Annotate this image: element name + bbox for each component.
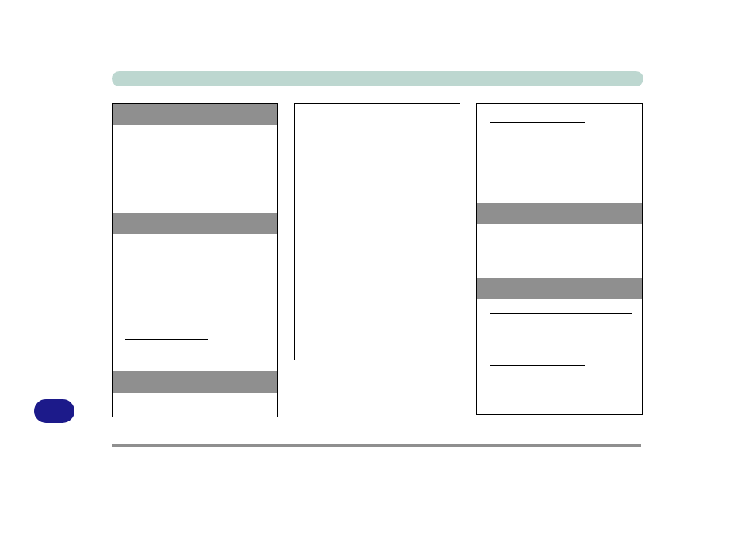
top-banner (112, 71, 643, 86)
right-band-2 (477, 278, 642, 299)
column-middle (294, 103, 460, 360)
column-left (112, 103, 278, 417)
page-number-pill (34, 399, 74, 423)
right-underline-top (490, 122, 585, 123)
right-underline-1 (490, 313, 632, 314)
left-band-3 (113, 371, 277, 393)
left-underline (125, 339, 208, 340)
right-band-1 (477, 203, 642, 224)
content-columns (112, 103, 643, 417)
bottom-divider (112, 444, 641, 447)
right-underline-2 (490, 365, 585, 366)
column-right (476, 103, 643, 415)
left-band-2 (113, 213, 277, 234)
left-band-1 (113, 104, 277, 125)
